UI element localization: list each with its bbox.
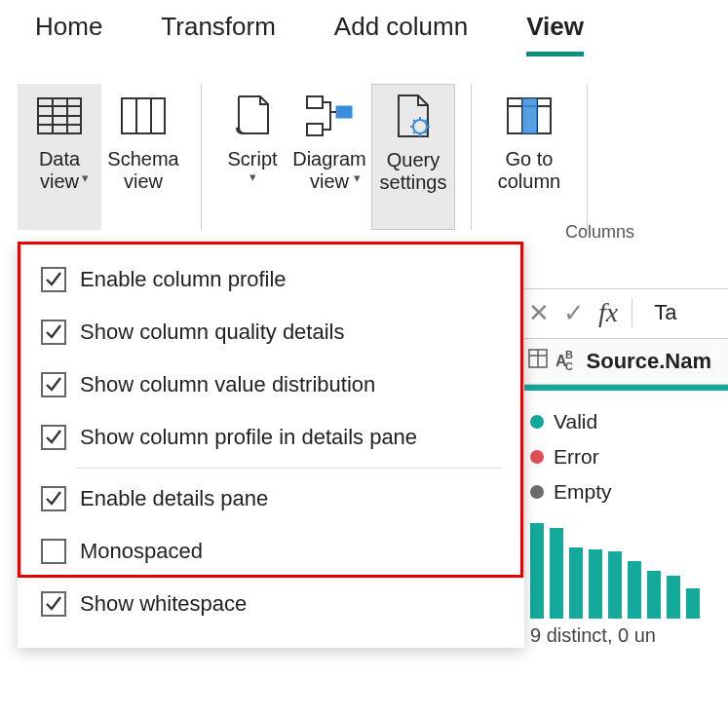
svg-rect-10	[336, 106, 352, 118]
distribution-chart	[517, 515, 728, 622]
data-view-dropdown: Enable column profile Show column qualit…	[18, 242, 524, 648]
query-settings-button[interactable]: Query settings	[371, 84, 455, 230]
svg-line-20	[425, 120, 427, 122]
svg-line-17	[413, 120, 415, 122]
svg-rect-25	[522, 98, 537, 133]
stat-label: Error	[554, 445, 599, 469]
diagram-view-button[interactable]: Diagram view ▾	[287, 84, 371, 230]
column-header[interactable]: ABC Source.Nam	[517, 339, 728, 385]
fx-label[interactable]: fx	[598, 297, 618, 328]
chevron-down-icon: ▾	[82, 171, 89, 186]
bar	[647, 571, 661, 619]
bar	[686, 588, 700, 619]
goto-column-icon	[507, 90, 552, 142]
script-icon	[233, 90, 272, 142]
checkbox-checked-icon	[41, 267, 66, 292]
diagram-icon	[305, 90, 354, 142]
checkbox-checked-icon	[41, 591, 66, 617]
chevron-down-icon: ▾	[354, 171, 361, 186]
divider	[201, 84, 202, 230]
divider	[76, 468, 501, 469]
bar	[608, 551, 622, 619]
script-button[interactable]: Script ▾	[217, 84, 287, 230]
close-icon[interactable]: ✕	[528, 298, 550, 328]
option-label: Enable column profile	[80, 267, 287, 292]
data-view-button[interactable]: Data view ▾	[18, 84, 101, 230]
goto-column-label: Go to column	[498, 148, 560, 193]
goto-column-button[interactable]: Go to column	[487, 84, 571, 230]
tab-view[interactable]: View	[526, 12, 584, 57]
bar	[667, 576, 680, 619]
option-value-distribution[interactable]: Show column value distribution	[37, 358, 505, 411]
quality-stats: Valid Error Empty	[517, 391, 728, 515]
svg-point-12	[413, 120, 427, 133]
query-settings-label: Query settings	[380, 149, 447, 194]
dot-icon	[530, 450, 544, 464]
svg-rect-6	[122, 98, 165, 133]
checkbox-checked-icon	[41, 320, 66, 345]
bar	[530, 523, 544, 619]
svg-rect-9	[307, 96, 323, 108]
stat-valid: Valid	[530, 404, 714, 439]
ribbon: Data view ▾ Schema view Script ▾ Diagram…	[0, 60, 728, 265]
bar	[628, 561, 641, 619]
checkbox-checked-icon	[41, 486, 66, 511]
option-label: Show column value distribution	[80, 372, 375, 397]
columns-group-label: Columns	[565, 222, 634, 243]
option-column-quality[interactable]: Show column quality details	[37, 306, 505, 358]
bar	[550, 528, 563, 619]
column-name: Source.Nam	[575, 349, 711, 374]
tab-transform[interactable]: Transform	[161, 12, 276, 52]
chevron-down-icon: ▾	[249, 170, 256, 185]
option-monospaced[interactable]: Monospaced	[37, 525, 505, 578]
table-icon	[528, 349, 548, 374]
schema-view-label: Schema view	[107, 148, 178, 193]
stat-error: Error	[530, 439, 714, 474]
stat-empty: Empty	[530, 474, 714, 509]
check-icon[interactable]: ✓	[563, 298, 585, 328]
option-enable-column-profile[interactable]: Enable column profile	[37, 253, 505, 306]
dot-icon	[530, 485, 544, 499]
dot-icon	[530, 415, 544, 429]
formula-bar: ✕ ✓ fx Ta	[517, 289, 728, 339]
checkbox-unchecked-icon	[41, 539, 66, 564]
option-label: Enable details pane	[80, 486, 268, 511]
table-grid-icon	[37, 90, 82, 142]
option-enable-details-pane[interactable]: Enable details pane	[37, 472, 505, 525]
distribution-summary: 9 distinct, 0 un	[517, 622, 728, 649]
tab-home[interactable]: Home	[35, 12, 102, 52]
svg-rect-11	[307, 124, 323, 135]
option-label: Show column profile in details pane	[80, 425, 417, 450]
option-label: Monospaced	[80, 539, 203, 564]
document-gear-icon	[393, 91, 434, 143]
text-type-icon: ABC	[556, 353, 567, 370]
checkbox-checked-icon	[41, 372, 66, 397]
option-profile-in-pane[interactable]: Show column profile in details pane	[37, 411, 505, 464]
bar	[589, 549, 602, 619]
bar	[569, 547, 583, 620]
option-label: Show whitespace	[80, 591, 247, 617]
divider	[471, 84, 472, 230]
ribbon-tabs: Home Transform Add column View	[0, 0, 728, 60]
svg-line-18	[425, 132, 427, 133]
data-view-label: Data view	[39, 148, 80, 193]
svg-line-19	[413, 132, 415, 133]
preview-pane: ✕ ✓ fx Ta ABC Source.Nam Valid Error Emp…	[517, 288, 728, 707]
script-label: Script	[227, 148, 277, 170]
checkbox-checked-icon	[41, 425, 66, 450]
tab-add-column[interactable]: Add column	[334, 12, 468, 52]
stat-label: Empty	[554, 480, 612, 504]
option-label: Show column quality details	[80, 320, 344, 345]
columns-icon	[121, 90, 166, 142]
stat-label: Valid	[554, 410, 597, 433]
formula-text[interactable]: Ta	[646, 300, 676, 325]
option-show-whitespace[interactable]: Show whitespace	[37, 578, 505, 630]
divider	[587, 84, 588, 230]
schema-view-button[interactable]: Schema view	[101, 84, 185, 230]
